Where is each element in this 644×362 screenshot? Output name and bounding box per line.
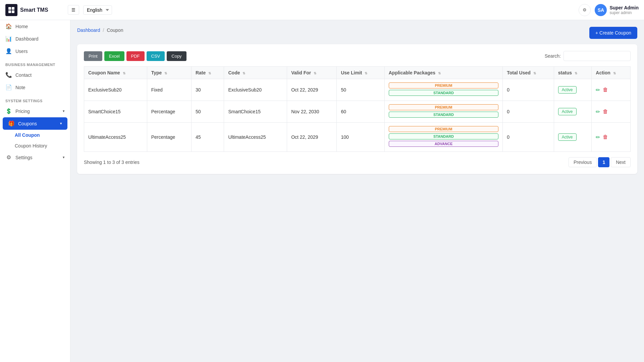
csv-button[interactable]: CSV [147, 51, 165, 61]
col-total-used[interactable]: Total Used ⇅ [503, 67, 554, 79]
showing-text: Showing 1 to 3 of 3 entries [84, 160, 140, 165]
breadcrumb-separator: / [103, 27, 104, 33]
col-use-limit[interactable]: Use Limit ⇅ [337, 67, 384, 79]
col-action[interactable]: Action ⇅ [592, 67, 631, 79]
sidebar-label-note: Note [15, 85, 25, 90]
sidebar-label-users: Users [15, 49, 28, 54]
package-badge: PREMIUM [389, 104, 499, 110]
sidebar-label-settings: Settings [15, 155, 33, 160]
users-icon: 👤 [5, 48, 12, 54]
contact-icon: 📞 [5, 72, 12, 78]
cell-rate: 50 [191, 101, 224, 123]
col-code[interactable]: Code ⇅ [224, 67, 287, 79]
cell-total-used: 0 [503, 79, 554, 101]
cell-total-used: 0 [503, 101, 554, 123]
user-role: super admin [609, 10, 639, 15]
hamburger-button[interactable]: ☰ [68, 5, 79, 15]
coupons-icon: 🎁 [8, 120, 15, 127]
sidebar: 🏠 Home 📊 Dashboard 👤 Users Business Mana… [0, 20, 70, 362]
sidebar-item-settings[interactable]: ⚙ Settings ▾ [0, 151, 70, 164]
user-name: Super Admin [609, 5, 639, 10]
sort-icon-type: ⇅ [164, 71, 167, 75]
breadcrumb-home[interactable]: Dashboard [77, 27, 100, 33]
status-badge: Active [558, 108, 577, 115]
cell-use-limit: 60 [337, 101, 384, 123]
sort-icon-limit: ⇅ [365, 71, 367, 75]
copy-button[interactable]: Copy [167, 51, 186, 61]
sidebar-item-users[interactable]: 👤 Users [0, 45, 70, 57]
previous-button[interactable]: Previous [569, 157, 597, 167]
col-coupon-name[interactable]: Coupon Name ⇅ [84, 67, 147, 79]
business-management-label: Business Management [0, 57, 70, 69]
avatar: SA [595, 4, 607, 16]
cell-action: ✏ 🗑 [592, 123, 631, 152]
coupons-table: Coupon Name ⇅ Type ⇅ Rate ⇅ Code ⇅ Valid… [84, 66, 631, 152]
cell-status: Active [554, 123, 591, 152]
edit-button[interactable]: ✏ [596, 109, 600, 115]
edit-button[interactable]: ✏ [596, 87, 600, 93]
action-buttons: ✏ 🗑 [596, 134, 626, 140]
sidebar-item-note[interactable]: 📄 Note [0, 81, 70, 94]
cell-status: Active [554, 101, 591, 123]
col-rate[interactable]: Rate ⇅ [191, 67, 224, 79]
sort-icon-name: ⇅ [123, 71, 125, 75]
home-icon: 🏠 [5, 23, 12, 29]
pricing-icon: 💲 [5, 108, 12, 114]
package-badge: PREMIUM [389, 82, 499, 88]
cell-type: Percentage [147, 123, 191, 152]
svg-rect-3 [12, 10, 14, 13]
sort-icon-packages: ⇅ [438, 71, 441, 75]
table-row: UltimateAccess25 Percentage 45 UltimateA… [84, 123, 631, 152]
sidebar-item-pricing[interactable]: 💲 Pricing ▾ [0, 105, 70, 117]
language-select[interactable]: English [83, 5, 112, 15]
coupon-history-label: Coupon History [15, 143, 47, 148]
search-label: Search: [545, 53, 561, 59]
sidebar-label-contact: Contact [15, 72, 32, 78]
settings-icon: ⚙ [5, 154, 12, 161]
sidebar-item-contact[interactable]: 📞 Contact [0, 69, 70, 81]
sidebar-item-coupons[interactable]: 🎁 Coupons ▾ [3, 117, 67, 130]
search-input[interactable] [564, 51, 631, 61]
col-type[interactable]: Type ⇅ [147, 67, 191, 79]
table-row: SmartChoice15 Percentage 50 SmartChoice1… [84, 101, 631, 123]
status-badge: Active [558, 86, 577, 94]
action-buttons: ✏ 🗑 [596, 87, 626, 93]
next-button[interactable]: Next [611, 157, 631, 167]
cell-code: UltimateAccess25 [224, 123, 287, 152]
edit-button[interactable]: ✏ [596, 134, 600, 140]
main-card: Print Excel PDF CSV Copy Search: Coupon … [77, 44, 637, 174]
cell-status: Active [554, 79, 591, 101]
delete-button[interactable]: 🗑 [603, 109, 608, 115]
cell-rate: 45 [191, 123, 224, 152]
cell-packages: PREMIUMSTANDARD [384, 79, 503, 101]
excel-button[interactable]: Excel [104, 51, 124, 61]
table-row: ExclusiveSub20 Fixed 30 ExclusiveSub20 O… [84, 79, 631, 101]
search-bar: Search: [545, 51, 631, 61]
cell-coupon-name: UltimateAccess25 [84, 123, 147, 152]
user-info[interactable]: SA Super Admin super admin [595, 4, 639, 16]
dashboard-icon: 📊 [5, 36, 12, 42]
svg-rect-0 [8, 7, 11, 10]
pdf-button[interactable]: PDF [126, 51, 145, 61]
breadcrumb: Dashboard / Coupon [77, 27, 123, 33]
cell-type: Percentage [147, 101, 191, 123]
sidebar-item-dashboard[interactable]: 📊 Dashboard [0, 33, 70, 45]
current-page[interactable]: 1 [598, 157, 609, 167]
top-right-area: ⚙ SA Super Admin super admin [579, 4, 639, 16]
cell-type: Fixed [147, 79, 191, 101]
user-text: Super Admin super admin [609, 5, 639, 15]
sort-icon-rate: ⇅ [208, 71, 211, 75]
page-header: Dashboard / Coupon + Create Coupon [77, 27, 637, 39]
sidebar-item-home[interactable]: 🏠 Home [0, 20, 70, 33]
sidebar-item-all-coupon[interactable]: All Coupon [0, 130, 70, 140]
create-coupon-button[interactable]: + Create Coupon [589, 27, 637, 39]
settings-icon-button[interactable]: ⚙ [579, 4, 591, 16]
cell-code: ExclusiveSub20 [224, 79, 287, 101]
print-button[interactable]: Print [84, 51, 102, 61]
sidebar-item-coupon-history[interactable]: Coupon History [0, 140, 70, 151]
col-valid-for[interactable]: Valid For ⇅ [287, 67, 337, 79]
col-status[interactable]: status ⇅ [554, 67, 591, 79]
col-packages[interactable]: Applicable Packages ⇅ [384, 67, 503, 79]
delete-button[interactable]: 🗑 [603, 134, 608, 140]
delete-button[interactable]: 🗑 [603, 87, 608, 93]
